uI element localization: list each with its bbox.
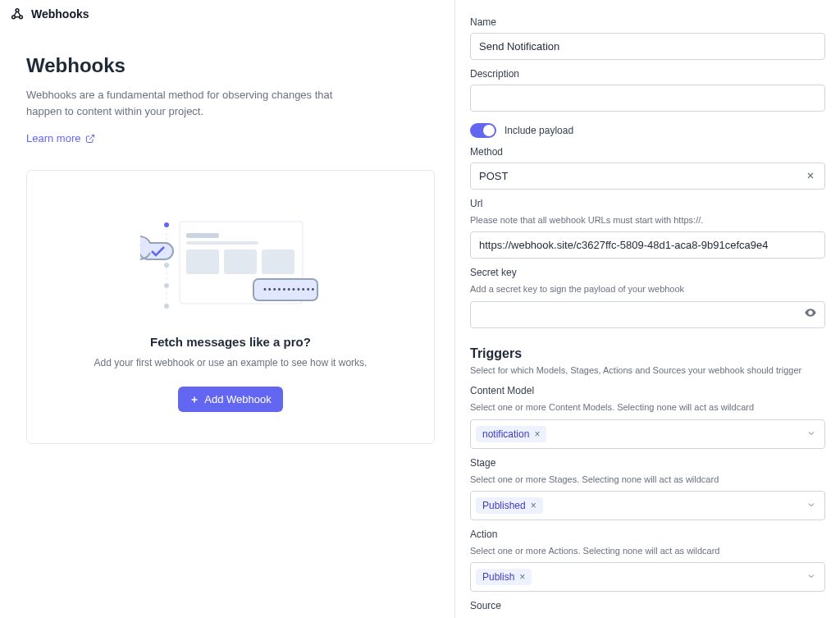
svg-rect-11 bbox=[186, 241, 258, 245]
name-label: Name bbox=[470, 16, 825, 28]
page-desc: Webhooks are a fundamental method for ob… bbox=[26, 87, 371, 119]
method-label: Method bbox=[470, 146, 825, 158]
svg-rect-13 bbox=[224, 249, 257, 274]
chip-publish: Publish × bbox=[476, 569, 532, 585]
empty-state-card: ••••••••••• Fetch messages like a pro? A… bbox=[26, 170, 435, 444]
eye-icon[interactable] bbox=[804, 306, 817, 323]
name-input[interactable] bbox=[470, 33, 825, 60]
svg-point-17 bbox=[810, 312, 812, 314]
content-model-label: Content Model bbox=[470, 385, 825, 396]
source-label: Source bbox=[470, 600, 825, 611]
chip-remove-icon[interactable]: × bbox=[531, 501, 536, 510]
breadcrumb-title: Webhooks bbox=[31, 7, 89, 21]
svg-text:•••••••••••: ••••••••••• bbox=[263, 284, 316, 294]
add-webhook-label: Add Webhook bbox=[204, 393, 271, 405]
secret-help: Add a secret key to sign the payload of … bbox=[470, 283, 825, 295]
stage-label: Stage bbox=[470, 457, 825, 469]
include-payload-label: Include payload bbox=[504, 125, 573, 136]
chevron-down-icon bbox=[806, 427, 816, 442]
method-select[interactable] bbox=[470, 163, 825, 190]
chip-remove-icon[interactable]: × bbox=[534, 429, 540, 439]
chevron-down-icon bbox=[806, 570, 816, 584]
external-link-icon bbox=[85, 134, 95, 144]
card-sub: Add your first webhook or use an example… bbox=[94, 357, 368, 369]
url-help: Please note that all webhook URLs must s… bbox=[470, 214, 825, 227]
triggers-sub: Select for which Models, Stages, Actions… bbox=[470, 364, 825, 377]
content-model-help: Select one or more Content Models. Selec… bbox=[470, 401, 825, 414]
breadcrumb: Webhooks bbox=[0, 0, 454, 28]
svg-rect-10 bbox=[186, 233, 219, 238]
url-input[interactable] bbox=[470, 231, 825, 259]
secret-label: Secret key bbox=[470, 267, 825, 278]
webhook-icon bbox=[10, 7, 25, 21]
left-panel: Webhooks Webhooks Webhooks are a fundame… bbox=[0, 0, 455, 618]
chevron-down-icon bbox=[806, 498, 816, 513]
card-title: Fetch messages like a pro? bbox=[150, 335, 311, 349]
desc-label: Description bbox=[470, 68, 825, 80]
stage-help: Select one or more Stages. Selecting non… bbox=[470, 474, 825, 486]
page-title: Webhooks bbox=[26, 54, 435, 77]
desc-input[interactable] bbox=[470, 85, 825, 112]
svg-point-3 bbox=[164, 222, 169, 227]
url-label: Url bbox=[470, 198, 825, 209]
form-panel: Name Description Include payload Method … bbox=[455, 0, 840, 618]
action-select[interactable]: Publish × bbox=[470, 562, 825, 592]
chip-notification: notification × bbox=[476, 426, 546, 442]
plus-icon bbox=[189, 395, 199, 405]
stage-select[interactable]: Published × bbox=[470, 491, 825, 520]
content-model-select[interactable]: notification × bbox=[470, 419, 825, 449]
empty-illustration: ••••••••••• bbox=[140, 204, 321, 318]
method-clear-icon[interactable] bbox=[806, 169, 815, 184]
svg-rect-14 bbox=[262, 249, 294, 274]
action-label: Action bbox=[470, 529, 825, 540]
svg-rect-12 bbox=[186, 249, 219, 274]
add-webhook-button[interactable]: Add Webhook bbox=[178, 387, 282, 412]
secret-input[interactable] bbox=[470, 301, 825, 328]
triggers-heading: Triggers bbox=[470, 346, 825, 361]
learn-more-text: Learn more bbox=[26, 132, 80, 144]
chip-published: Published × bbox=[476, 497, 543, 514]
action-help: Select one or more Actions. Selecting no… bbox=[470, 545, 825, 557]
learn-more-link[interactable]: Learn more bbox=[26, 132, 95, 144]
chip-remove-icon[interactable]: × bbox=[519, 572, 525, 582]
include-payload-toggle[interactable] bbox=[470, 123, 496, 138]
